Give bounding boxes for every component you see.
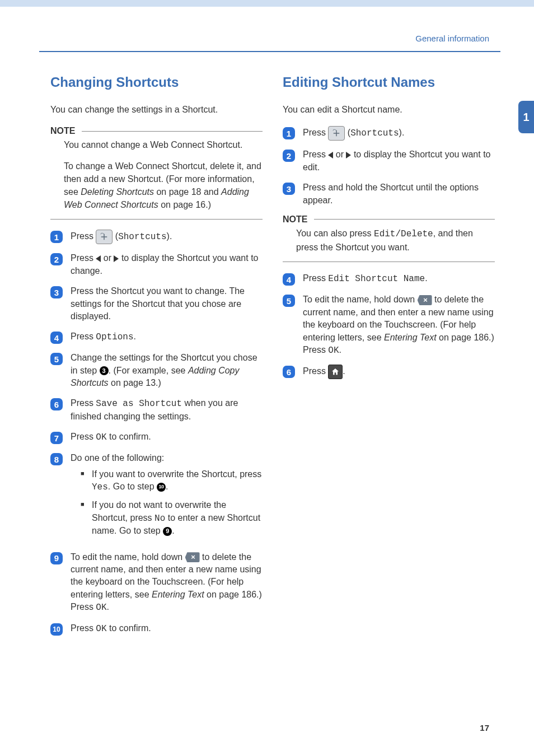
- step-badge: 2: [50, 253, 63, 265]
- note-heading-left: NOTE: [50, 126, 263, 136]
- step-badge: 8: [50, 453, 63, 465]
- right-column: Editing Shortcut Names You can edit a Sh…: [283, 74, 495, 643]
- shortcuts-icon: [328, 126, 345, 141]
- step-6: 6 Press Save as Shortcut when you are fi…: [50, 397, 263, 423]
- step-ref-10: 10: [157, 483, 166, 492]
- step-8: 8 Do one of the following: If you want t…: [50, 452, 263, 543]
- note-body-right: You can also press Edit/Delete, and then…: [296, 227, 495, 254]
- backspace-icon: [418, 295, 432, 305]
- step-2: 2 Press or to display the Shortcut you w…: [50, 252, 263, 277]
- step-1: 1 Press (Shortcuts).: [50, 230, 263, 244]
- note-body-left: You cannot change a Web Connect Shortcut…: [64, 138, 263, 211]
- intro-right: You can edit a Shortcut name.: [283, 104, 495, 116]
- note-label: NOTE: [50, 126, 75, 136]
- step-badge: 6: [50, 398, 63, 410]
- list-item: If you want to overwrite the Shortcut, p…: [81, 468, 263, 494]
- left-column: Changing Shortcuts You can change the se…: [50, 74, 263, 643]
- home-icon: [328, 365, 343, 379]
- section-title-editing: Editing Shortcut Names: [283, 74, 495, 90]
- step-badge: 5: [283, 295, 295, 307]
- note-rule: [314, 219, 495, 220]
- step-4: 4 Press Options.: [50, 330, 263, 344]
- page: General information 1 Changing Shortcuts…: [0, 0, 534, 756]
- r-step-4: 4 Press Edit Shortcut Name.: [283, 272, 495, 286]
- note-p1: You can also press Edit/Delete, and then…: [296, 227, 495, 254]
- note-rule: [82, 131, 263, 132]
- chapter-tab: 1: [518, 101, 534, 133]
- backspace-icon: [185, 552, 200, 562]
- step-7: 7 Press OK to confirm.: [50, 431, 263, 444]
- bullet-list: If you want to overwrite the Shortcut, p…: [81, 468, 263, 538]
- step-badge: 4: [50, 332, 63, 344]
- note-heading-right: NOTE: [283, 214, 495, 225]
- r-step-6: 6 Press .: [283, 365, 495, 379]
- left-arrow-icon: [96, 255, 101, 262]
- page-number: 17: [480, 723, 489, 732]
- step-badge: 1: [50, 231, 63, 243]
- step-3: 3 Press the Shortcut you want to change.…: [50, 285, 263, 323]
- step-badge: 4: [283, 273, 295, 286]
- step-badge: 1: [283, 127, 295, 139]
- r-step-3: 3 Press and hold the Shortcut until the …: [283, 181, 495, 207]
- step-10: 10 Press OK to confirm.: [50, 622, 263, 636]
- step-badge: 7: [50, 432, 63, 444]
- step-badge: 6: [283, 366, 295, 378]
- note-p1: You cannot change a Web Connect Shortcut…: [64, 138, 263, 151]
- content: Changing Shortcuts You can change the se…: [0, 52, 534, 643]
- step-badge: 5: [50, 353, 63, 365]
- step-badge: 10: [50, 623, 63, 636]
- note-end-rule: [283, 262, 495, 262]
- step-badge: 3: [283, 183, 295, 195]
- step-ref-9: 9: [163, 527, 172, 536]
- section-title-changing: Changing Shortcuts: [50, 74, 263, 90]
- r-step-5: 5 To edit the name, hold down to delete …: [283, 293, 495, 357]
- step-badge: 9: [50, 552, 63, 564]
- step-5: 5 Change the settings for the Shortcut y…: [50, 352, 263, 389]
- top-bar: [0, 0, 534, 7]
- note-label: NOTE: [283, 214, 307, 225]
- step-9: 9 To edit the name, hold down to delete …: [50, 551, 263, 614]
- list-item: If you do not want to overwrite the Shor…: [81, 499, 263, 537]
- step-ref-3: 3: [100, 366, 109, 375]
- shortcuts-icon: [96, 230, 113, 244]
- r-step-2: 2 Press or to display the Shortcut you w…: [283, 148, 495, 174]
- header-label: General information: [0, 34, 489, 43]
- left-arrow-icon: [328, 152, 333, 158]
- intro-left: You can change the settings in a Shortcu…: [50, 104, 263, 116]
- r-step-1: 1 Press (Shortcuts).: [283, 126, 495, 141]
- note-end-rule: [50, 219, 263, 220]
- note-p2: To change a Web Connect Shortcut, delete…: [64, 160, 263, 212]
- step-badge: 2: [283, 150, 295, 162]
- step-badge: 3: [50, 286, 63, 298]
